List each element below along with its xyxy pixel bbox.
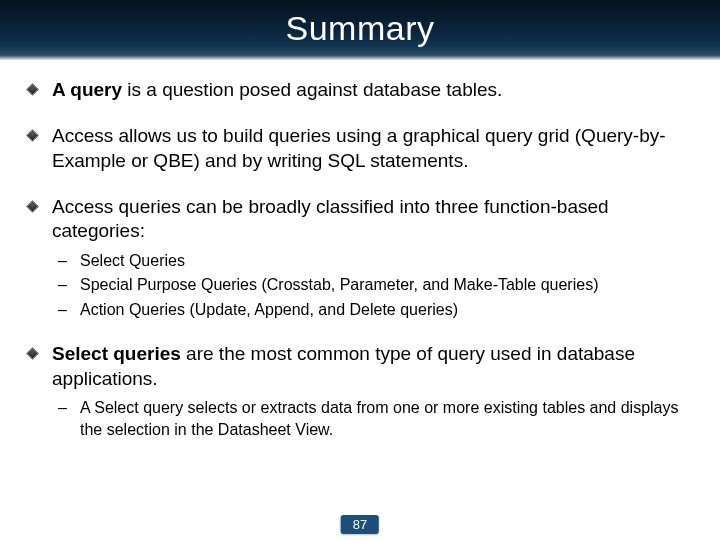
sub-item: –Action Queries (Update, Append, and Del… <box>58 299 700 321</box>
bullet-text: Select queries are the most common type … <box>52 343 635 388</box>
slide-title: Summary <box>0 0 720 56</box>
sub-list: –Select Queries –Special Purpose Queries… <box>58 250 700 321</box>
bullet-text: Access allows us to build queries using … <box>52 125 666 170</box>
bullet-text: A query is a question posed against data… <box>52 79 502 100</box>
bold-term: A query <box>52 79 122 100</box>
sub-item: –Select Queries <box>58 250 700 272</box>
slide-number: 87 <box>341 515 379 534</box>
title-band: Summary <box>0 0 720 60</box>
bullet-text: Access queries can be broadly classified… <box>52 196 609 241</box>
bullet-item: Select queries are the most common type … <box>20 342 700 440</box>
dash-icon: – <box>58 397 67 419</box>
sub-item: –Special Purpose Queries (Crosstab, Para… <box>58 274 700 296</box>
sub-text: Select Queries <box>80 252 185 269</box>
diamond-bullet-icon <box>26 200 39 213</box>
bullet-item: A query is a question posed against data… <box>20 78 700 102</box>
dash-icon: – <box>58 299 67 321</box>
bullet-list: A query is a question posed against data… <box>20 78 700 440</box>
dash-icon: – <box>58 250 67 272</box>
sub-text: Action Queries (Update, Append, and Dele… <box>80 301 458 318</box>
slide: Summary A query is a question posed agai… <box>0 0 720 540</box>
sub-text: A Select query selects or extracts data … <box>80 399 679 438</box>
diamond-bullet-icon <box>26 83 39 96</box>
dash-icon: – <box>58 274 67 296</box>
bullet-item: Access allows us to build queries using … <box>20 124 700 173</box>
sub-item: –A Select query selects or extracts data… <box>58 397 700 440</box>
sub-text: Special Purpose Queries (Crosstab, Param… <box>80 276 598 293</box>
text-span: is a question posed against database tab… <box>122 79 502 100</box>
diamond-bullet-icon <box>26 347 39 360</box>
slide-body: A query is a question posed against data… <box>0 60 720 440</box>
bullet-item: Access queries can be broadly classified… <box>20 195 700 320</box>
sub-list: –A Select query selects or extracts data… <box>58 397 700 440</box>
bold-term: Select queries <box>52 343 181 364</box>
diamond-bullet-icon <box>26 129 39 142</box>
